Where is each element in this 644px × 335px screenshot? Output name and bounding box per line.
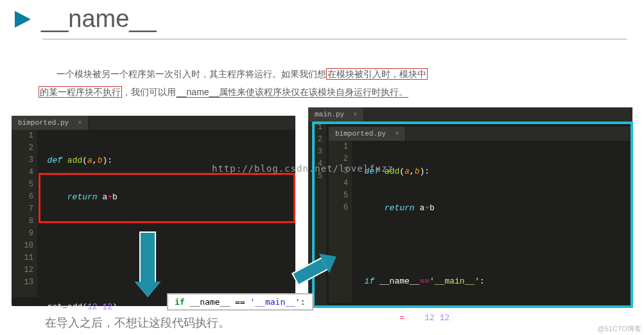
corner-credit: @51CTO博客 bbox=[598, 324, 641, 334]
para-text-2: ，我们可以用 bbox=[122, 87, 176, 97]
para-text-1: 一个模块被另一个程序第一次引入时，其主程序将运行。如果我们想 bbox=[57, 69, 326, 79]
var-name: __name__ bbox=[379, 276, 419, 286]
tab-label: bimported.py bbox=[335, 130, 386, 138]
call: add( bbox=[67, 302, 87, 312]
intro-paragraph: 一个模块被另一个程序第一次引入时，其主程序将运行。如果我们想在模块被引入时，模块… bbox=[39, 65, 618, 101]
num: 12 bbox=[424, 313, 435, 323]
param: a bbox=[405, 167, 410, 176]
kw-if: if bbox=[365, 276, 379, 286]
num: 12 bbox=[87, 302, 98, 312]
num: 12 bbox=[440, 313, 450, 323]
op-plus: + bbox=[107, 192, 112, 202]
tab-label: bimported.py bbox=[18, 119, 69, 127]
kw-return: return bbox=[385, 203, 420, 213]
colon: : bbox=[424, 167, 430, 176]
op-eq: == bbox=[419, 276, 430, 286]
code-area-right[interactable]: def add(a,b): return a+b if __name__=='_… bbox=[354, 141, 632, 335]
para-underline: __name__属性来使该程序块仅在该模块自身运行时执行。 bbox=[176, 87, 408, 98]
str: '__main__' bbox=[430, 276, 480, 286]
paren: ( bbox=[82, 156, 87, 165]
snippet-main: '__main__' bbox=[245, 297, 300, 307]
paren: ) bbox=[449, 313, 455, 323]
var: b bbox=[430, 203, 435, 213]
kw-def: def bbox=[48, 156, 67, 165]
bottom-caption: 在导入之后，不想让这段代码执行。 bbox=[45, 315, 230, 330]
paren: ( bbox=[399, 167, 405, 176]
var: b bbox=[112, 192, 117, 202]
colon: : bbox=[480, 276, 485, 286]
close-icon[interactable]: × bbox=[395, 131, 399, 138]
snippet-colon: : bbox=[300, 297, 306, 307]
paren: ) bbox=[112, 302, 117, 312]
num: 12 bbox=[102, 302, 112, 312]
op-eq: = bbox=[399, 313, 405, 323]
svg-marker-0 bbox=[15, 11, 31, 28]
close-icon[interactable]: × bbox=[78, 120, 82, 127]
tab-bimported-left[interactable]: bimported.py × bbox=[12, 116, 89, 130]
var: ret bbox=[385, 313, 399, 323]
para-highlight-1: 在模块被引入时，模块中 bbox=[326, 68, 428, 80]
snippet-name: __name__ bbox=[185, 297, 235, 307]
kw-if: if bbox=[175, 297, 185, 307]
kw-return: return bbox=[67, 192, 103, 202]
colon: : bbox=[107, 156, 112, 165]
line-gutter: 123456 bbox=[329, 141, 352, 303]
var: ret bbox=[48, 302, 62, 312]
play-icon bbox=[13, 10, 32, 29]
tab-bimported-right[interactable]: bimported.py × bbox=[329, 127, 406, 141]
editor-right: main.py × bimported.py × 12345 123456 de… bbox=[308, 107, 632, 308]
snippet-eq: == bbox=[235, 297, 245, 307]
op-plus: + bbox=[424, 203, 430, 213]
op-eq: = bbox=[62, 302, 67, 312]
para-highlight-2: 的某一程序块不执行 bbox=[39, 86, 122, 98]
fn-name: add bbox=[385, 167, 399, 176]
tab-main[interactable]: main.py × bbox=[308, 107, 364, 122]
fn-name: add bbox=[67, 156, 82, 165]
call: add( bbox=[405, 313, 424, 323]
code-snippet-box: if __name__ == '__main__': bbox=[167, 293, 313, 311]
comma: , bbox=[435, 313, 440, 323]
arrow-down-icon bbox=[135, 231, 161, 297]
comma: , bbox=[92, 156, 98, 165]
tab-label: main.py bbox=[315, 111, 344, 118]
param-a: a bbox=[87, 156, 92, 165]
close-icon[interactable]: × bbox=[353, 111, 357, 118]
title-underline bbox=[42, 39, 627, 40]
comma: , bbox=[410, 167, 415, 176]
page-title: __name__ bbox=[41, 5, 157, 33]
kw-def: def bbox=[365, 167, 385, 176]
line-gutter: 12345678910111213 bbox=[12, 130, 37, 297]
